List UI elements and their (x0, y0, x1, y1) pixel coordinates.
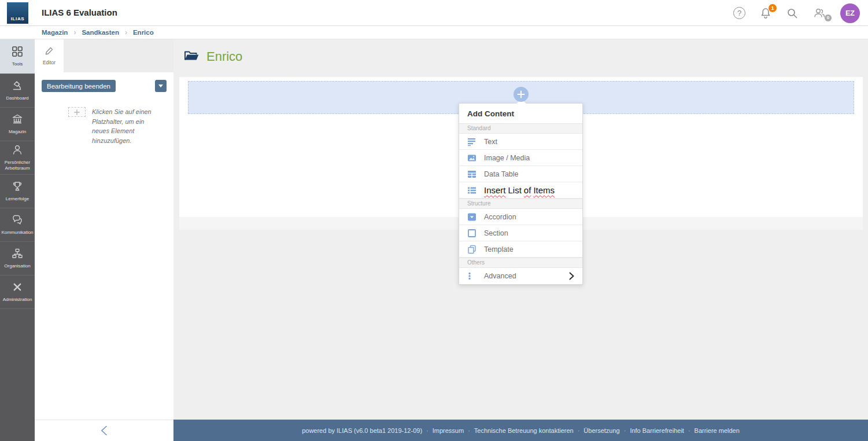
sidebar-item-label: Organisation (3, 263, 31, 269)
vertical-dots-icon (467, 271, 477, 281)
menu-item-advanced[interactable]: Advanced (459, 268, 582, 284)
tab-editor-label: Editor (43, 60, 56, 65)
menu-section-structure: Structure (459, 199, 582, 209)
breadcrumb: Magazin › Sandkasten › Enrico (0, 26, 868, 39)
footer-separator: · (468, 427, 470, 434)
desk-lamp-icon (12, 80, 23, 94)
chevron-right-icon (569, 272, 574, 280)
accordion-icon (467, 212, 477, 222)
breadcrumb-separator: › (73, 28, 76, 36)
footer-separator: · (624, 427, 626, 434)
ilias-logo-text: ILIAS (11, 16, 24, 21)
menu-section-others: Others (459, 258, 582, 268)
footer: powered by ILIAS (v6.0 beta1 2019-12-09)… (173, 420, 868, 441)
crossed-tools-icon (12, 281, 23, 295)
main-content: Enrico Add Content Standard Text Image /… (173, 39, 868, 441)
sidebar-item-label: Administration (2, 297, 34, 303)
section-square-icon (467, 229, 477, 238)
ilias-app-window: ILIAS ILIAS 6 Evaluation ? 1 0 EZ Magazi… (0, 0, 868, 441)
top-header: ILIAS ILIAS 6 Evaluation ? 1 0 EZ (0, 0, 868, 26)
menu-item-label: Data Table (484, 170, 519, 178)
menu-item-image-media[interactable]: Image / Media (459, 150, 582, 166)
sidebar-item-label: Tools (11, 61, 24, 67)
placeholder-add-box[interactable] (68, 107, 86, 117)
sidebar-item-tools[interactable]: Tools (0, 39, 35, 74)
page-title: Enrico (206, 49, 242, 64)
placeholder-hint: Klicken Sie auf einen Platzhalter, um ei… (92, 107, 158, 145)
trophy-icon (12, 181, 23, 194)
plus-icon (517, 90, 525, 98)
menu-item-insert-list-of-items[interactable]: InsertListofItems (459, 182, 582, 199)
add-content-button[interactable] (514, 87, 529, 102)
speech-bubbles-icon (12, 214, 23, 228)
add-content-menu: Add Content Standard Text Image / Media … (459, 103, 583, 285)
menu-item-label: Image / Media (484, 154, 530, 162)
footer-separator: · (688, 427, 690, 434)
sidebar-item-magazin[interactable]: Magazin (0, 108, 35, 141)
sidebar-item-lernerfolge[interactable]: Lernerfolge (0, 175, 35, 208)
sidebar-item-label: Kommunikation (0, 230, 34, 236)
sidebar-item-label: Persönlicher Arbeitsraum (0, 160, 35, 171)
menu-item-label: Section (484, 229, 508, 237)
plus-icon (74, 109, 80, 115)
collapse-panel-button[interactable] (35, 420, 173, 441)
sidebar-item-kommunikation[interactable]: Kommunikation (0, 208, 35, 242)
finish-editing-dropdown-button[interactable] (155, 80, 167, 92)
menu-item-section[interactable]: Section (459, 225, 582, 241)
footer-link-info-barrierefreiheit[interactable]: Info Barrierefreiheit (630, 427, 684, 434)
pencil-icon (45, 46, 54, 57)
bank-building-icon (12, 113, 23, 127)
menu-section-standard: Standard (459, 123, 582, 134)
notifications-bell-icon[interactable]: 1 (759, 7, 772, 20)
menu-item-accordion[interactable]: Accordion (459, 209, 582, 225)
table-icon (467, 170, 477, 179)
footer-link-technische-betreuung[interactable]: Technische Betreuung kontaktieren (474, 427, 574, 434)
chevron-left-icon (101, 425, 108, 436)
page-header: Enrico (184, 49, 242, 64)
menu-item-text[interactable]: Text (459, 134, 582, 150)
editor-panel-tabs: Editor (35, 39, 173, 72)
breadcrumb-item-sandkasten[interactable]: Sandkasten (82, 29, 119, 36)
sidebar-item-administration[interactable]: Administration (0, 275, 35, 309)
footer-link-barriere-melden[interactable]: Barriere melden (695, 427, 740, 434)
search-icon[interactable] (786, 7, 799, 20)
sidebar-item-label: Lernerfolge (5, 196, 30, 202)
sidebar-item-organisation[interactable]: Organisation (0, 242, 35, 275)
sidebar-item-persoenlicher-arbeitsraum[interactable]: Persönlicher Arbeitsraum (0, 141, 35, 175)
menu-item-data-table[interactable]: Data Table (459, 166, 582, 182)
finish-editing-button[interactable]: Bearbeitung beenden (42, 80, 116, 92)
menu-item-label: Template (484, 245, 514, 253)
menu-item-label: Text (484, 138, 497, 146)
footer-powered-by: powered by ILIAS (v6.0 beta1 2019-12-09) (302, 427, 422, 434)
online-users-badge: 0 (825, 14, 832, 21)
image-icon (467, 153, 477, 163)
online-users-icon[interactable]: 0 (812, 7, 826, 20)
help-icon[interactable]: ? (733, 7, 745, 19)
person-icon (12, 144, 23, 158)
breadcrumb-item-enrico[interactable]: Enrico (133, 29, 154, 36)
text-lines-icon (467, 137, 477, 146)
menu-item-template[interactable]: Template (459, 241, 582, 258)
main-sidebar: Tools Dashboard Magazin Persönlicher Arb… (0, 39, 35, 441)
folder-icon (184, 50, 200, 64)
breadcrumb-separator: › (125, 28, 127, 36)
avatar[interactable]: EZ (840, 3, 860, 23)
ilias-logo[interactable]: ILIAS (7, 2, 28, 24)
footer-separator: · (426, 427, 429, 434)
org-chart-icon (12, 248, 23, 262)
tab-editor[interactable]: Editor (35, 39, 64, 72)
sidebar-item-label: Dashboard (5, 95, 29, 101)
footer-separator: · (578, 427, 580, 434)
app-title: ILIAS 6 Evaluation (42, 8, 117, 17)
sidebar-item-dashboard[interactable]: Dashboard (0, 74, 35, 108)
template-pages-icon (467, 245, 477, 254)
footer-link-impressum[interactable]: Impressum (433, 427, 464, 434)
list-icon (467, 186, 477, 195)
sidebar-item-label: Magazin (8, 129, 27, 135)
chevron-down-icon (158, 84, 163, 87)
menu-item-label: Accordion (484, 213, 516, 221)
header-actions: ? 1 0 EZ (733, 0, 860, 26)
footer-link-uebersetzung[interactable]: Übersetzung (583, 427, 619, 434)
editor-panel: Editor Bearbeitung beenden Klicken Sie a… (35, 39, 173, 441)
breadcrumb-item-magazin[interactable]: Magazin (42, 29, 68, 36)
